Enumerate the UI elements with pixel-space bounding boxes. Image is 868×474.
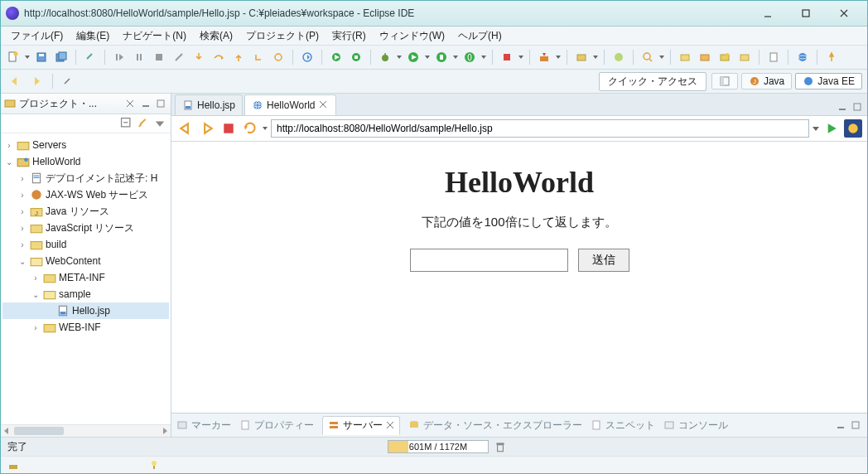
menu-edit[interactable]: 編集(E) <box>70 27 116 45</box>
open-type-icon[interactable] <box>610 48 628 66</box>
debug-pause-icon[interactable] <box>130 48 148 66</box>
build-icon[interactable] <box>7 459 19 471</box>
wizard-icon[interactable] <box>716 48 734 66</box>
collapse-all-icon[interactable] <box>119 116 134 131</box>
collapse-icon[interactable]: ⌄ <box>31 290 41 299</box>
close-view-icon[interactable] <box>124 98 136 109</box>
cheat-sheet-icon[interactable] <box>764 48 783 66</box>
debug-icon[interactable] <box>376 48 394 66</box>
menu-help[interactable]: ヘルプ(H) <box>451 27 509 45</box>
dropdown-icon[interactable] <box>263 126 268 131</box>
search-icon[interactable] <box>639 48 657 66</box>
tree-node-javares[interactable]: › J Java リソース <box>2 203 169 220</box>
step-over-icon[interactable] <box>210 48 228 66</box>
expand-icon[interactable]: › <box>4 141 14 150</box>
debug-stop-icon[interactable] <box>150 48 168 66</box>
step-return-icon[interactable] <box>229 48 248 66</box>
unpin-icon[interactable] <box>58 72 76 90</box>
tree-node-metainf[interactable]: › META-INF <box>2 269 169 286</box>
tip-icon[interactable] <box>148 459 160 471</box>
tree-node-sample[interactable]: ⌄ sample <box>2 286 169 302</box>
save-all-icon[interactable] <box>52 48 70 66</box>
quick-access[interactable]: クイック・アクセス <box>599 72 706 91</box>
value-input[interactable] <box>410 249 568 272</box>
scrollbar-thumb[interactable] <box>14 427 64 435</box>
maximize-button[interactable] <box>788 2 824 24</box>
project-settings-icon[interactable] <box>735 48 754 66</box>
link-editor-icon[interactable] <box>136 116 151 131</box>
editor-tab-helloworld[interactable]: HelloWorld <box>244 94 335 115</box>
stop-server-icon[interactable] <box>347 48 365 66</box>
browser-external-icon[interactable] <box>844 119 862 138</box>
new-icon[interactable] <box>4 48 22 66</box>
browser-go-icon[interactable] <box>822 119 841 138</box>
scroll-left-icon[interactable] <box>1 425 12 437</box>
expand-icon[interactable]: › <box>31 273 41 283</box>
tree-node-webinf[interactable]: › WEB-INF <box>2 319 169 336</box>
dropdown-icon[interactable] <box>452 55 459 60</box>
menu-project[interactable]: プロジェクト(P) <box>239 27 326 45</box>
dropdown-icon[interactable] <box>24 55 31 60</box>
expand-icon[interactable]: › <box>31 323 41 332</box>
minimize-button[interactable] <box>750 2 786 24</box>
view-properties[interactable]: プロパティー <box>239 418 314 433</box>
drop-frame-icon[interactable] <box>249 48 268 66</box>
view-dse[interactable]: データ・ソース・エクスプローラー <box>408 418 582 433</box>
restart-server-icon[interactable] <box>298 48 316 66</box>
tree-node-deployment[interactable]: › デプロイメント記述子: H <box>2 170 169 186</box>
menu-file[interactable]: ファイル(F) <box>4 27 70 45</box>
dropdown-icon[interactable] <box>592 55 599 60</box>
menu-run[interactable]: 実行(R) <box>326 27 373 45</box>
dropdown-icon[interactable] <box>396 55 403 60</box>
maximize-view-icon[interactable] <box>849 418 862 432</box>
tree-node-hellojsp[interactable]: Hello.jsp <box>2 302 169 319</box>
terminate-icon[interactable] <box>498 48 516 66</box>
close-button[interactable] <box>826 2 862 24</box>
nav-back-icon[interactable] <box>6 72 24 90</box>
start-server-icon[interactable] <box>327 48 345 66</box>
expand-icon[interactable]: › <box>17 207 27 216</box>
scroll-right-icon[interactable] <box>159 425 171 437</box>
browser-url-input[interactable] <box>271 119 809 138</box>
browser-back-icon[interactable] <box>176 119 195 138</box>
browser-forward-icon[interactable] <box>198 119 216 138</box>
heap-bar[interactable]: 601M / 1172M <box>388 440 489 453</box>
coverage-icon[interactable] <box>432 48 451 66</box>
submit-button[interactable]: 送信 <box>578 249 629 272</box>
tree-h-scrollbar[interactable] <box>1 424 171 437</box>
menu-navigate[interactable]: ナビゲート(N) <box>116 27 193 45</box>
view-snippets[interactable]: スニペット <box>591 418 655 433</box>
tree-node-webcontent[interactable]: ⌄ WebContent <box>2 253 169 269</box>
collapse-icon[interactable]: ⌄ <box>17 257 27 266</box>
step-filters-icon[interactable] <box>269 48 287 66</box>
dropdown-icon[interactable] <box>518 55 524 60</box>
external-tools-icon[interactable] <box>535 48 553 66</box>
debug-resume-icon[interactable] <box>110 48 128 66</box>
view-console[interactable]: コンソール <box>663 418 728 433</box>
debug-disconnect-icon[interactable] <box>170 48 188 66</box>
dropdown-icon[interactable] <box>658 55 665 60</box>
url-dropdown-icon[interactable] <box>813 125 819 132</box>
close-tab-icon[interactable] <box>319 100 329 110</box>
browser-refresh-icon[interactable] <box>241 119 259 138</box>
save-icon[interactable] <box>32 48 51 66</box>
perspective-javaee[interactable]: Java EE <box>795 73 862 89</box>
close-view-icon[interactable] <box>386 421 394 429</box>
maximize-editor-icon[interactable] <box>851 100 864 114</box>
tree-node-jsres[interactable]: › JavaScript リソース <box>2 220 169 236</box>
project-tree[interactable]: › Servers ⌄ HelloWorld › デプロイメント記述子: H › <box>1 133 171 424</box>
bookmark-icon[interactable] <box>696 48 714 66</box>
tree-node-helloworld[interactable]: ⌄ HelloWorld <box>2 153 169 170</box>
tree-node-servers[interactable]: › Servers <box>2 137 169 153</box>
view-menu-icon[interactable] <box>152 116 167 131</box>
editor-tab-hellojsp[interactable]: Hello.jsp <box>175 94 243 115</box>
link-icon[interactable] <box>81 48 99 66</box>
expand-icon[interactable]: › <box>17 240 27 249</box>
open-task-icon[interactable] <box>676 48 694 66</box>
minimize-view-icon[interactable] <box>139 97 152 110</box>
run-icon[interactable] <box>404 48 422 66</box>
browser-stop-icon[interactable] <box>219 119 238 138</box>
web-browser-icon[interactable] <box>793 48 812 66</box>
perspective-java[interactable]: J Java <box>741 73 792 89</box>
tree-node-jaxws[interactable]: › JAX-WS Web サービス <box>2 186 169 203</box>
